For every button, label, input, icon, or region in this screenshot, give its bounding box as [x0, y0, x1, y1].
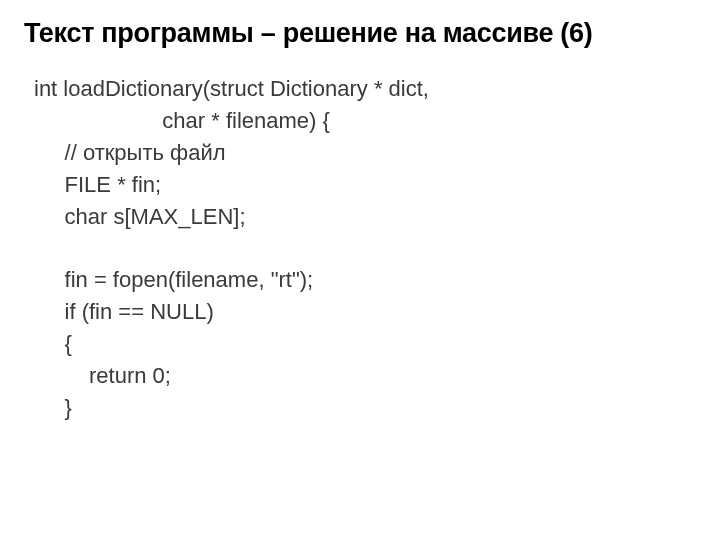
code-line: if (fin == NULL)	[34, 296, 696, 328]
code-line: }	[34, 392, 696, 424]
code-line: fin = fopen(filename, "rt");	[34, 264, 696, 296]
slide-content: Текст программы – решение на массиве (6)…	[0, 0, 720, 442]
code-block: int loadDictionary(struct Dictionary * d…	[24, 73, 696, 424]
code-line	[34, 232, 696, 264]
slide-title: Текст программы – решение на массиве (6)	[24, 18, 696, 49]
code-line: // открыть файл	[34, 137, 696, 169]
code-line: char s[MAX_LEN];	[34, 201, 696, 233]
code-line: {	[34, 328, 696, 360]
code-line: char * filename) {	[34, 105, 696, 137]
code-line: return 0;	[34, 360, 696, 392]
code-line: FILE * fin;	[34, 169, 696, 201]
code-line: int loadDictionary(struct Dictionary * d…	[34, 73, 696, 105]
